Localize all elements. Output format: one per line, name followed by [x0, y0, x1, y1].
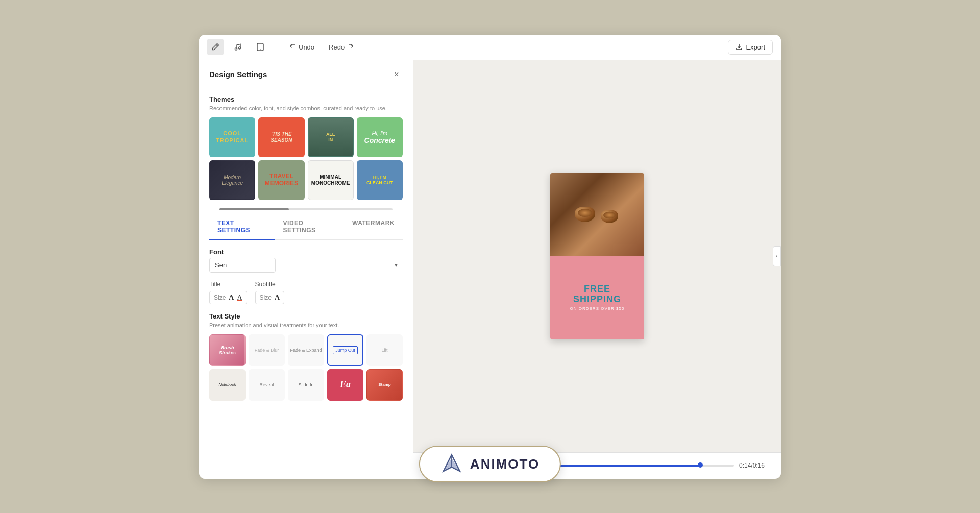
- theme-card-travel-memories[interactable]: TRAVELMEMORIES: [258, 160, 304, 200]
- bowl-2: [601, 210, 618, 223]
- title-size-label: Size: [214, 294, 226, 301]
- style-card-fade-expand[interactable]: Fade & Expand: [288, 334, 324, 366]
- subtitle-size-row: Size A: [255, 291, 284, 304]
- text-style-desc: Preset animation and visual treatments f…: [209, 322, 403, 328]
- app-window: Undo Redo Export Design Settings ×: [199, 35, 781, 479]
- canvas-area: FREE SHIPPING ON ORDERS OVER $50 ‹ Need …: [413, 60, 781, 479]
- style-grid-row2: Notebook Reveal Slide In Ea Stamp: [209, 369, 403, 401]
- time-display: 0:14/0:16: [739, 462, 765, 469]
- svg-point-0: [235, 48, 237, 50]
- style-card-ea[interactable]: Ea: [327, 369, 363, 401]
- style-card-lift[interactable]: Lift: [366, 334, 403, 366]
- subtitle-size-icon[interactable]: A: [275, 294, 280, 302]
- bowl-1: [575, 207, 595, 222]
- mobile-icon[interactable]: [252, 39, 268, 55]
- video-photo: [550, 173, 644, 256]
- panel-title: Design Settings: [209, 70, 267, 79]
- content-area: Design Settings × Themes Recommended col…: [199, 60, 781, 479]
- tab-watermark[interactable]: WATERMARK: [344, 214, 403, 240]
- export-label: Export: [746, 43, 765, 51]
- animoto-overlay: ANIMOTO: [419, 446, 561, 482]
- themes-label: Themes: [209, 95, 403, 103]
- title-color-icon[interactable]: A: [237, 294, 242, 302]
- svg-point-3: [260, 49, 261, 50]
- toolbar: Undo Redo Export: [199, 35, 781, 60]
- style-card-notebook[interactable]: Notebook: [209, 369, 246, 401]
- style-card-slide-in[interactable]: Slide In: [288, 369, 324, 401]
- theme-card-cool-tropical[interactable]: COOLTROPICAL: [209, 117, 255, 157]
- theme-card-clean-cut[interactable]: HI, I'MCLEAN CUT: [357, 160, 403, 200]
- title-label: Title: [209, 281, 247, 288]
- themes-grid: COOLTROPICAL 'TIS THESEASON ALLIN Hi, I'…: [209, 117, 403, 200]
- theme-card-tis-the-season[interactable]: 'TIS THESEASON: [258, 117, 304, 157]
- font-label: Font: [209, 248, 403, 256]
- subtitle-size-label: Size: [260, 294, 272, 301]
- style-card-jump-cut[interactable]: Jump Cut: [327, 334, 363, 366]
- style-card-fade-blur[interactable]: Fade & Blur: [249, 334, 285, 366]
- text-controls-row: Title Size A A Subtitle Size A: [209, 281, 403, 304]
- subtitle-label: Subtitle: [255, 281, 284, 288]
- free-shipping-subtitle: ON ORDERS OVER $50: [570, 306, 625, 311]
- panel-content: Themes Recommended color, font, and styl…: [199, 87, 413, 479]
- tab-video-settings[interactable]: VIDEO SETTINGS: [275, 214, 344, 240]
- title-control-group: Title Size A A: [209, 281, 247, 304]
- font-select-wrapper: Sen Roboto Open Sans Lato Montserrat ▼: [209, 258, 403, 273]
- theme-card-minimal-monochrome[interactable]: MINIMALMONOCHROME: [308, 160, 354, 200]
- themes-scroll-indicator: [219, 208, 393, 210]
- tab-text-settings[interactable]: TEXT SETTINGS: [209, 214, 275, 240]
- redo-label: Redo: [329, 43, 345, 51]
- music-icon[interactable]: [230, 39, 246, 55]
- panel-header: Design Settings ×: [199, 60, 413, 87]
- text-settings-section: Font Sen Roboto Open Sans Lato Montserra…: [209, 248, 403, 401]
- subtitle-control-group: Subtitle Size A: [255, 281, 284, 304]
- panel-close-button[interactable]: ×: [390, 68, 403, 81]
- title-size-icon[interactable]: A: [229, 294, 234, 302]
- title-size-row: Size A A: [209, 291, 247, 304]
- toolbar-divider: [277, 41, 277, 53]
- animoto-logo-icon: [440, 453, 463, 475]
- redo-button[interactable]: Redo: [325, 41, 358, 53]
- free-shipping-title: FREE SHIPPING: [573, 284, 621, 305]
- font-select-arrow-icon: ▼: [394, 262, 399, 268]
- undo-label: Undo: [299, 43, 314, 51]
- bowl-scene: [550, 173, 644, 256]
- undo-button[interactable]: Undo: [285, 41, 318, 53]
- canvas-main: FREE SHIPPING ON ORDERS OVER $50 ‹: [413, 60, 781, 452]
- style-grid-row1: BrushStrokes Fade & Blur Fade & Expand J…: [209, 334, 403, 366]
- themes-desc: Recommended color, font, and style combo…: [209, 105, 403, 111]
- toolbar-left: Undo Redo: [207, 39, 358, 55]
- theme-card-concrete[interactable]: Hi, I'm Concrete: [357, 117, 403, 157]
- tabs-bar: TEXT SETTINGS VIDEO SETTINGS WATERMARK: [209, 214, 403, 240]
- video-preview: FREE SHIPPING ON ORDERS OVER $50: [550, 173, 644, 339]
- video-text-section: FREE SHIPPING ON ORDERS OVER $50: [550, 256, 644, 339]
- design-panel: Design Settings × Themes Recommended col…: [199, 60, 413, 479]
- theme-card-all-in[interactable]: ALLIN: [308, 117, 354, 157]
- text-style-label: Text Style: [209, 312, 403, 320]
- animoto-brand-name: ANIMOTO: [470, 456, 540, 472]
- collapse-panel-handle[interactable]: ‹: [773, 246, 781, 266]
- style-card-stamp[interactable]: Stamp: [366, 369, 403, 401]
- export-button[interactable]: Export: [728, 40, 773, 55]
- font-select[interactable]: Sen Roboto Open Sans Lato Montserrat: [209, 258, 276, 273]
- pencil-icon[interactable]: [207, 39, 224, 55]
- style-card-reveal[interactable]: Reveal: [249, 369, 285, 401]
- svg-point-1: [239, 47, 241, 49]
- style-card-brush-strokes[interactable]: BrushStrokes: [209, 334, 246, 366]
- theme-card-modern-elegance[interactable]: ModernElegance: [209, 160, 255, 200]
